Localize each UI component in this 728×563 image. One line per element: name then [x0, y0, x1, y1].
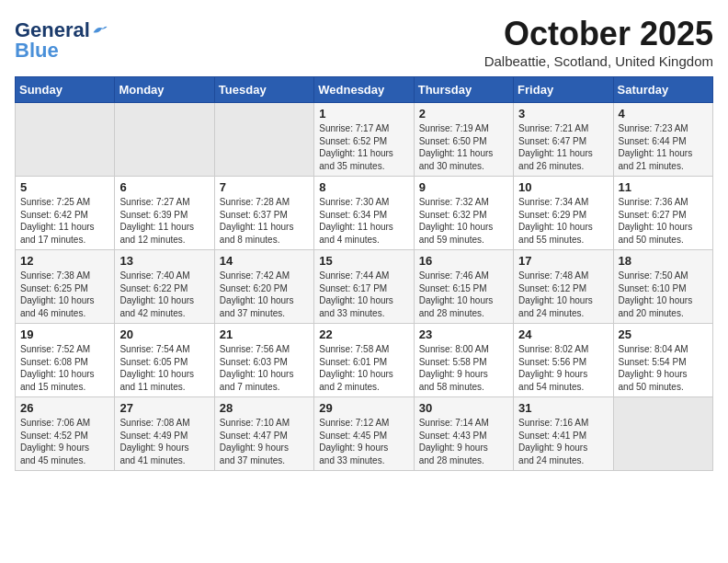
calendar-cell: 5Sunrise: 7:25 AMSunset: 6:42 PMDaylight… — [16, 177, 115, 250]
day-number: 9 — [419, 180, 508, 194]
calendar-cell: 23Sunrise: 8:00 AMSunset: 5:58 PMDayligh… — [414, 324, 513, 397]
calendar-cell: 10Sunrise: 7:34 AMSunset: 6:29 PMDayligh… — [514, 177, 613, 250]
cell-daylight-info: Sunrise: 7:48 AMSunset: 6:12 PMDaylight:… — [518, 270, 608, 319]
calendar-table: SundayMondayTuesdayWednesdayThursdayFrid… — [15, 76, 713, 471]
calendar-cell: 4Sunrise: 7:23 AMSunset: 6:44 PMDaylight… — [613, 103, 712, 177]
day-number: 6 — [119, 180, 209, 194]
cell-daylight-info: Sunrise: 7:58 AMSunset: 6:01 PMDaylight:… — [319, 343, 408, 393]
day-number: 4 — [619, 107, 708, 121]
cell-daylight-info: Sunrise: 8:00 AMSunset: 5:58 PMDaylight:… — [419, 343, 508, 393]
day-number: 23 — [419, 327, 508, 341]
cell-daylight-info: Sunrise: 7:21 AMSunset: 6:47 PMDaylight:… — [518, 122, 608, 172]
day-number: 20 — [119, 327, 209, 341]
calendar-cell: 28Sunrise: 7:10 AMSunset: 4:47 PMDayligh… — [214, 397, 313, 471]
day-number: 5 — [20, 180, 109, 194]
calendar-week-row: 26Sunrise: 7:06 AMSunset: 4:52 PMDayligh… — [16, 397, 713, 471]
calendar-cell — [613, 397, 712, 471]
calendar-cell: 20Sunrise: 7:54 AMSunset: 6:05 PMDayligh… — [115, 324, 214, 397]
calendar-cell: 2Sunrise: 7:19 AMSunset: 6:50 PMDaylight… — [414, 103, 513, 177]
cell-daylight-info: Sunrise: 7:10 AMSunset: 4:47 PMDaylight:… — [220, 417, 309, 466]
calendar-cell: 1Sunrise: 7:17 AMSunset: 6:52 PMDaylight… — [314, 103, 414, 177]
day-number: 16 — [419, 254, 508, 268]
cell-daylight-info: Sunrise: 7:32 AMSunset: 6:32 PMDaylight:… — [419, 196, 508, 246]
day-header-monday: Monday — [115, 77, 214, 103]
cell-daylight-info: Sunrise: 7:23 AMSunset: 6:44 PMDaylight:… — [619, 122, 708, 172]
cell-daylight-info: Sunrise: 7:36 AMSunset: 6:27 PMDaylight:… — [619, 196, 708, 246]
day-number: 24 — [518, 327, 608, 341]
calendar-cell: 24Sunrise: 8:02 AMSunset: 5:56 PMDayligh… — [514, 324, 613, 397]
calendar-cell: 31Sunrise: 7:16 AMSunset: 4:41 PMDayligh… — [514, 397, 613, 471]
day-header-wednesday: Wednesday — [314, 77, 414, 103]
day-header-tuesday: Tuesday — [214, 77, 313, 103]
day-number: 14 — [220, 254, 309, 268]
cell-daylight-info: Sunrise: 7:46 AMSunset: 6:15 PMDaylight:… — [419, 270, 508, 319]
calendar-cell: 9Sunrise: 7:32 AMSunset: 6:32 PMDaylight… — [414, 177, 513, 250]
day-number: 17 — [518, 254, 608, 268]
cell-daylight-info: Sunrise: 8:02 AMSunset: 5:56 PMDaylight:… — [518, 343, 608, 393]
cell-daylight-info: Sunrise: 7:52 AMSunset: 6:08 PMDaylight:… — [20, 343, 109, 393]
page-header: General Blue October 2025 Dalbeattie, Sc… — [15, 15, 713, 69]
day-number: 11 — [619, 180, 708, 194]
month-year-title: October 2025 — [484, 15, 713, 53]
cell-daylight-info: Sunrise: 7:27 AMSunset: 6:39 PMDaylight:… — [119, 196, 209, 246]
day-number: 2 — [419, 107, 508, 121]
cell-daylight-info: Sunrise: 7:12 AMSunset: 4:45 PMDaylight:… — [319, 417, 408, 466]
cell-daylight-info: Sunrise: 7:06 AMSunset: 4:52 PMDaylight:… — [20, 417, 109, 466]
day-number: 31 — [518, 401, 608, 415]
calendar-cell: 13Sunrise: 7:40 AMSunset: 6:22 PMDayligh… — [115, 250, 214, 324]
calendar-week-row: 12Sunrise: 7:38 AMSunset: 6:25 PMDayligh… — [16, 250, 713, 324]
cell-daylight-info: Sunrise: 7:19 AMSunset: 6:50 PMDaylight:… — [419, 122, 508, 172]
cell-daylight-info: Sunrise: 7:30 AMSunset: 6:34 PMDaylight:… — [319, 196, 408, 246]
calendar-cell: 18Sunrise: 7:50 AMSunset: 6:10 PMDayligh… — [613, 250, 712, 324]
calendar-cell: 11Sunrise: 7:36 AMSunset: 6:27 PMDayligh… — [613, 177, 712, 250]
calendar-cell: 15Sunrise: 7:44 AMSunset: 6:17 PMDayligh… — [314, 250, 414, 324]
calendar-cell — [115, 103, 214, 177]
calendar-week-row: 5Sunrise: 7:25 AMSunset: 6:42 PMDaylight… — [16, 177, 713, 250]
calendar-cell: 29Sunrise: 7:12 AMSunset: 4:45 PMDayligh… — [314, 397, 414, 471]
cell-daylight-info: Sunrise: 7:56 AMSunset: 6:03 PMDaylight:… — [220, 343, 309, 393]
calendar-cell — [214, 103, 313, 177]
cell-daylight-info: Sunrise: 7:17 AMSunset: 6:52 PMDaylight:… — [319, 122, 408, 172]
calendar-cell: 8Sunrise: 7:30 AMSunset: 6:34 PMDaylight… — [314, 177, 414, 250]
day-header-thursday: Thursday — [414, 77, 513, 103]
cell-daylight-info: Sunrise: 7:25 AMSunset: 6:42 PMDaylight:… — [20, 196, 109, 246]
calendar-header-row: SundayMondayTuesdayWednesdayThursdayFrid… — [16, 77, 713, 103]
day-number: 1 — [319, 107, 408, 121]
day-number: 25 — [619, 327, 708, 341]
cell-daylight-info: Sunrise: 7:28 AMSunset: 6:37 PMDaylight:… — [220, 196, 309, 246]
day-number: 27 — [119, 401, 209, 415]
location-subtitle: Dalbeattie, Scotland, United Kingdom — [484, 53, 713, 69]
calendar-cell: 6Sunrise: 7:27 AMSunset: 6:39 PMDaylight… — [115, 177, 214, 250]
calendar-cell: 19Sunrise: 7:52 AMSunset: 6:08 PMDayligh… — [16, 324, 115, 397]
calendar-cell: 7Sunrise: 7:28 AMSunset: 6:37 PMDaylight… — [214, 177, 313, 250]
day-number: 21 — [220, 327, 309, 341]
cell-daylight-info: Sunrise: 7:44 AMSunset: 6:17 PMDaylight:… — [319, 270, 408, 319]
calendar-cell: 30Sunrise: 7:14 AMSunset: 4:43 PMDayligh… — [414, 397, 513, 471]
calendar-cell: 12Sunrise: 7:38 AMSunset: 6:25 PMDayligh… — [16, 250, 115, 324]
cell-daylight-info: Sunrise: 7:50 AMSunset: 6:10 PMDaylight:… — [619, 270, 708, 319]
calendar-cell: 16Sunrise: 7:46 AMSunset: 6:15 PMDayligh… — [414, 250, 513, 324]
cell-daylight-info: Sunrise: 7:14 AMSunset: 4:43 PMDaylight:… — [419, 417, 508, 466]
calendar-cell: 3Sunrise: 7:21 AMSunset: 6:47 PMDaylight… — [514, 103, 613, 177]
title-block: October 2025 Dalbeattie, Scotland, Unite… — [484, 15, 713, 69]
day-number: 13 — [119, 254, 209, 268]
day-number: 8 — [319, 180, 408, 194]
calendar-cell: 17Sunrise: 7:48 AMSunset: 6:12 PMDayligh… — [514, 250, 613, 324]
day-header-friday: Friday — [514, 77, 613, 103]
calendar-week-row: 1Sunrise: 7:17 AMSunset: 6:52 PMDaylight… — [16, 103, 713, 177]
cell-daylight-info: Sunrise: 8:04 AMSunset: 5:54 PMDaylight:… — [619, 343, 708, 393]
cell-daylight-info: Sunrise: 7:40 AMSunset: 6:22 PMDaylight:… — [119, 270, 209, 319]
day-number: 10 — [518, 180, 608, 194]
day-number: 7 — [220, 180, 309, 194]
day-number: 22 — [319, 327, 408, 341]
calendar-cell — [16, 103, 115, 177]
day-number: 19 — [20, 327, 109, 341]
cell-daylight-info: Sunrise: 7:08 AMSunset: 4:49 PMDaylight:… — [119, 417, 209, 466]
calendar-week-row: 19Sunrise: 7:52 AMSunset: 6:08 PMDayligh… — [16, 324, 713, 397]
cell-daylight-info: Sunrise: 7:54 AMSunset: 6:05 PMDaylight:… — [119, 343, 209, 393]
day-number: 15 — [319, 254, 408, 268]
cell-daylight-info: Sunrise: 7:42 AMSunset: 6:20 PMDaylight:… — [220, 270, 309, 319]
cell-daylight-info: Sunrise: 7:16 AMSunset: 4:41 PMDaylight:… — [518, 417, 608, 466]
calendar-cell: 14Sunrise: 7:42 AMSunset: 6:20 PMDayligh… — [214, 250, 313, 324]
day-number: 29 — [319, 401, 408, 415]
